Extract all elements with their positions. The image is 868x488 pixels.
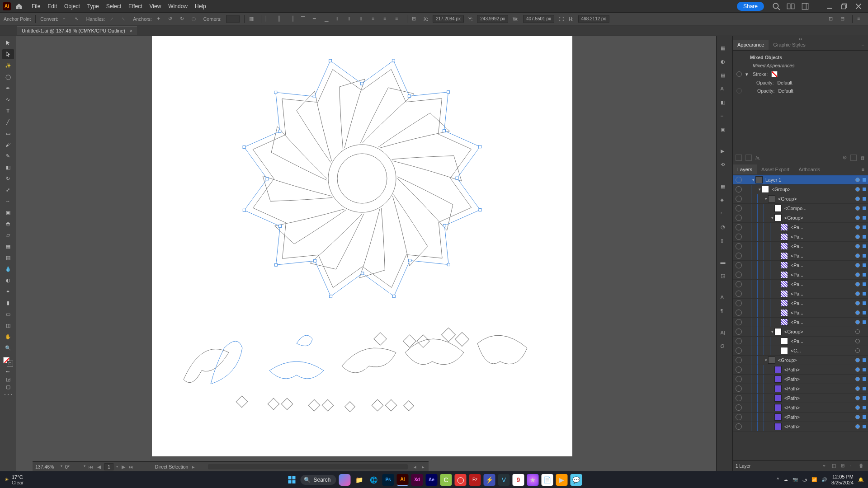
artboard-number[interactable]: 1 <box>104 463 113 470</box>
layer-name[interactable]: <Path> <box>784 424 853 429</box>
target-icon[interactable] <box>855 396 860 400</box>
visibility-icon[interactable] <box>736 347 742 354</box>
glyphs-panel-icon[interactable]: A| <box>721 330 729 338</box>
visibility-icon[interactable] <box>736 186 742 192</box>
path-icon[interactable]: ◌ <box>192 16 199 22</box>
more-panel-icon[interactable]: ≡ <box>721 113 729 121</box>
taskbar-search[interactable]: 🔍Search <box>300 475 336 485</box>
layer-name[interactable]: <Group> <box>784 329 853 334</box>
gradient-panel-icon[interactable]: ◧ <box>721 99 729 108</box>
opacity-label-1[interactable]: Opacity: <box>756 80 774 85</box>
clock[interactable]: 12:05 PM8/25/2024 <box>831 474 854 485</box>
layer-name[interactable]: <Pa... <box>791 272 853 277</box>
align-left-icon[interactable]: ▏ <box>266 16 273 22</box>
menu-view[interactable]: View <box>146 1 165 11</box>
app-bolt-icon[interactable]: ⚡ <box>484 474 495 486</box>
layer-row[interactable]: <Pa... <box>733 261 868 270</box>
layer-row[interactable]: <Path> <box>733 394 868 403</box>
tab-graphic-styles[interactable]: Graphic Styles <box>769 40 810 50</box>
panel-menu-icon[interactable]: ≡ <box>857 16 864 22</box>
layer-row[interactable]: <Pa... <box>733 308 868 318</box>
opacity-label-2[interactable]: Opacity: <box>757 88 775 94</box>
layer-row[interactable]: <Pa... <box>733 337 868 346</box>
visibility-icon[interactable] <box>736 88 742 94</box>
layer-row[interactable]: <Path> <box>733 422 868 432</box>
layer-name[interactable]: Layer 1 <box>765 177 853 183</box>
zoom-tool-icon[interactable]: 🔍 <box>2 343 14 353</box>
target-icon[interactable] <box>855 415 860 419</box>
layers-panel[interactable]: ▾Layer 1▾<Group>▾<Group><Compo...▾<Group… <box>733 175 868 460</box>
visibility-icon[interactable] <box>736 300 742 306</box>
onedrive-icon[interactable]: ☁ <box>783 477 788 482</box>
target-icon[interactable] <box>855 235 860 239</box>
direct-selection-tool-icon[interactable] <box>2 49 14 59</box>
draw-mode-icon[interactable]: ◲ <box>2 376 14 382</box>
eraser-tool-icon[interactable]: ◧ <box>2 162 14 172</box>
delete-icon[interactable]: 🗑 <box>860 155 865 160</box>
scroll-right-icon[interactable]: ▸ <box>420 464 426 469</box>
arrange-windows-icon[interactable] <box>787 2 795 10</box>
target-icon[interactable] <box>855 348 860 353</box>
menu-select[interactable]: Select <box>103 1 125 11</box>
connect-anchor-icon[interactable]: ↺ <box>168 16 175 22</box>
menu-file[interactable]: File <box>28 1 44 11</box>
libraries-panel-icon[interactable]: ▣ <box>721 127 729 135</box>
first-artboard-icon[interactable]: ⏮ <box>88 464 94 469</box>
menu-effect[interactable]: Effect <box>125 1 146 11</box>
visibility-icon[interactable] <box>736 404 742 411</box>
target-icon[interactable] <box>855 206 860 211</box>
align-panel-icon[interactable]: ▬ <box>721 259 729 267</box>
status-arrow-icon[interactable]: ▸ <box>191 464 196 469</box>
visibility-icon[interactable] <box>736 234 742 240</box>
target-icon[interactable] <box>855 310 860 315</box>
minimize-icon[interactable] <box>826 2 834 10</box>
volume-icon[interactable]: 🔊 <box>821 477 827 482</box>
properties-panel-icon[interactable]: ▦ <box>721 45 729 53</box>
layer-name[interactable]: <C... <box>791 348 853 353</box>
layer-row[interactable]: <Path> <box>733 413 868 422</box>
rotate-field[interactable]: 0°▾ <box>65 464 85 469</box>
xd-icon[interactable]: Xd <box>411 474 423 486</box>
visibility-icon[interactable] <box>736 196 742 202</box>
selection-tool-icon[interactable] <box>2 38 14 48</box>
tab-artboards[interactable]: Artboards <box>794 164 825 174</box>
scale-tool-icon[interactable]: ⤢ <box>2 185 14 195</box>
column-graph-tool-icon[interactable]: ▮ <box>2 298 14 308</box>
align-pixel-icon[interactable]: ▦ <box>249 16 256 22</box>
target-icon[interactable] <box>855 329 860 334</box>
layer-name[interactable]: <Pa... <box>791 310 853 315</box>
menu-window[interactable]: Window <box>165 1 191 11</box>
layer-row[interactable]: <Pa... <box>733 251 868 261</box>
target-icon[interactable] <box>855 405 860 410</box>
magic-wand-tool-icon[interactable]: ✨ <box>2 61 14 70</box>
layer-name[interactable]: <Pa... <box>791 225 853 230</box>
disclosure-icon[interactable]: ▾ <box>770 216 774 220</box>
last-artboard-icon[interactable]: ⏭ <box>129 464 134 469</box>
visibility-icon[interactable] <box>736 366 742 373</box>
layer-name[interactable]: <Group> <box>784 215 853 221</box>
slice-tool-icon[interactable]: ◫ <box>2 320 14 330</box>
new-sublayer-icon[interactable]: ⊞ <box>841 463 847 469</box>
free-transform-tool-icon[interactable]: ▣ <box>2 207 14 217</box>
app-doc-icon[interactable]: 📄 <box>542 474 553 486</box>
convert-corner-icon[interactable]: ⌐ <box>63 16 70 22</box>
tray-chevron-icon[interactable]: ^ <box>777 477 779 482</box>
explorer-icon[interactable]: 📁 <box>354 474 365 486</box>
target-icon[interactable] <box>855 197 860 201</box>
layer-name[interactable]: <Pa... <box>791 338 853 344</box>
visibility-icon[interactable] <box>736 262 742 268</box>
snap-icon[interactable]: ⊟ <box>840 16 848 22</box>
document-tab[interactable]: Untitled-1.ai @ 137.46 % (CMYK/CPU Outli… <box>17 26 137 35</box>
horizontal-scrollbar[interactable] <box>208 464 408 469</box>
tab-asset-export[interactable]: Asset Export <box>757 164 794 174</box>
share-button[interactable]: Share <box>737 2 764 11</box>
layer-name[interactable]: <Path> <box>784 386 853 391</box>
target-icon[interactable] <box>855 216 860 220</box>
convert-smooth-icon[interactable]: ∿ <box>75 16 82 22</box>
visibility-icon[interactable] <box>736 338 742 344</box>
disclosure-icon[interactable]: ▾ <box>764 358 768 362</box>
new-fill-icon[interactable] <box>736 155 742 161</box>
layer-name[interactable]: <Pa... <box>791 319 853 325</box>
panel-menu-icon[interactable]: ≡ <box>858 40 868 49</box>
app-v-icon[interactable]: V <box>498 474 510 486</box>
